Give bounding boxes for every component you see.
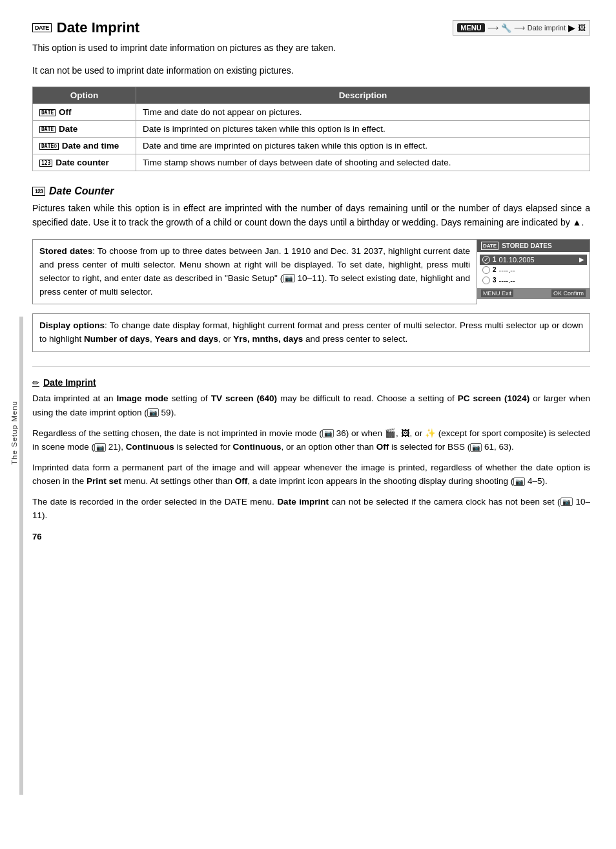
title-icon: DATE <box>32 23 52 32</box>
option-off: DATE Off <box>33 104 136 121</box>
note-para-2: Regardless of the setting chosen, the da… <box>32 426 590 454</box>
desc-date: Date is imprinted on pictures taken whil… <box>136 121 590 138</box>
ui-footer: MENU Exit OK Confirm <box>477 288 590 299</box>
nav-image-icon: 🖼 <box>578 23 586 32</box>
note-para-4: The date is recorded in the order select… <box>32 495 590 523</box>
option-off-icon: DATE <box>39 109 56 116</box>
option-datetime-icon: DATE© <box>39 143 59 150</box>
date-counter-heading: Date Counter <box>49 185 114 197</box>
table-row: DATE© Date and time Date and time are im… <box>33 138 590 154</box>
stored-dates-wrapper: Stored dates: To choose from up to three… <box>32 239 590 305</box>
option-date-icon: DATE <box>39 126 56 133</box>
note-para-3: Imprinted data form a permanent part of … <box>32 461 590 488</box>
nav-date-imprint-label: Date imprint <box>528 24 566 32</box>
date-counter-body: Pictures taken while this option is in e… <box>32 201 590 230</box>
left-bar <box>19 317 23 795</box>
date-counter-icon: 123 <box>32 187 45 196</box>
intro-text-1: This option is used to imprint date info… <box>32 41 590 55</box>
menu-nav: MENU ⟶ 🔧 ⟶ Date imprint ▶ 🖼 <box>453 20 590 36</box>
note-para-1: Data imprinted at an Image mode setting … <box>32 392 590 419</box>
ui-date-1: 01.10.2005 <box>499 256 577 264</box>
menu-badge: MENU <box>457 23 484 32</box>
ui-date-2: ----.-- <box>499 266 584 274</box>
ui-radio-1: ✓ <box>482 256 490 264</box>
table-row: 123 Date counter Time stamp shows number… <box>33 154 590 171</box>
ui-num-2: 2 <box>493 266 497 273</box>
ui-radio-2 <box>482 266 490 274</box>
stored-dates-content: Stored dates: To choose from up to three… <box>39 246 470 297</box>
nav-settings-icon: 🔧 <box>501 23 511 33</box>
page-title: Date Imprint <box>57 19 139 36</box>
ui-footer-menu: MENU Exit <box>481 289 513 297</box>
ui-body: ✓ 1 01.10.2005 ▶ 2 ----.-- 3 ----.-- <box>477 252 590 288</box>
table-row: DATE Date Date is imprinted on pictures … <box>33 121 590 138</box>
option-counter-label: Date counter <box>56 158 109 167</box>
title-left: DATE Date Imprint <box>32 19 139 36</box>
desc-counter: Time stamp shows number of days between … <box>136 154 590 171</box>
table-row: DATE Off Time and date do not appear on … <box>33 104 590 121</box>
ui-row-3: 3 ----.-- <box>480 275 587 286</box>
ui-header: DATE STORED DATES <box>477 240 590 252</box>
nav-play-icon: ▶ <box>568 23 575 33</box>
ui-arrow-1: ▶ <box>579 256 584 263</box>
section-divider <box>32 366 590 367</box>
option-off-label: Off <box>59 107 72 117</box>
desc-datetime: Date and time are imprinted on pictures … <box>136 138 590 154</box>
ui-radio-3 <box>482 277 490 284</box>
option-datetime: DATE© Date and time <box>33 138 136 154</box>
table-header-option: Option <box>33 87 136 104</box>
note-title-row: ✏ Date Imprint <box>32 377 590 388</box>
ui-num-3: 3 <box>493 277 497 284</box>
ui-footer-ok: OK Confirm <box>551 289 586 297</box>
stored-dates-ui: DATE STORED DATES ✓ 1 01.10.2005 ▶ 2 ---… <box>477 239 590 299</box>
option-date-label: Date <box>59 124 77 134</box>
page-number: 76 <box>32 532 590 541</box>
stored-dates-text: Stored dates: To choose from up to three… <box>32 239 477 305</box>
option-date: DATE Date <box>33 121 136 138</box>
note-section: ✏ Date Imprint Data imprinted at an Imag… <box>32 377 590 523</box>
desc-off: Time and date do not appear on pictures. <box>136 104 590 121</box>
pencil-icon: ✏ <box>32 378 39 388</box>
nav-arrow2: ⟶ <box>514 23 525 32</box>
ui-date-3: ----.-- <box>499 277 584 284</box>
nav-arrow1: ⟶ <box>488 23 498 32</box>
ui-num-1: 1 <box>493 256 497 263</box>
option-counter: 123 Date counter <box>33 154 136 171</box>
intro-text-2: It can not be used to imprint date infor… <box>32 64 590 78</box>
display-options-box: Display options: To change date display … <box>32 313 590 352</box>
ui-row-1: ✓ 1 01.10.2005 ▶ <box>480 255 587 265</box>
sidebar-label: The Setup Menu <box>10 401 18 465</box>
note-title-text: Date Imprint <box>43 377 96 388</box>
date-counter-section-title: 123 Date Counter <box>32 185 590 197</box>
option-counter-icon: 123 <box>39 160 52 167</box>
ui-row-2: 2 ----.-- <box>480 265 587 275</box>
title-row: DATE Date Imprint MENU ⟶ 🔧 ⟶ Date imprin… <box>32 19 590 36</box>
table-header-description: Description <box>136 87 590 104</box>
options-table: Option Description DATE Off Time and dat… <box>32 87 590 171</box>
ui-header-text: STORED DATES <box>502 242 551 249</box>
option-datetime-label: Date and time <box>62 141 119 151</box>
ui-header-icon: DATE <box>481 242 498 250</box>
